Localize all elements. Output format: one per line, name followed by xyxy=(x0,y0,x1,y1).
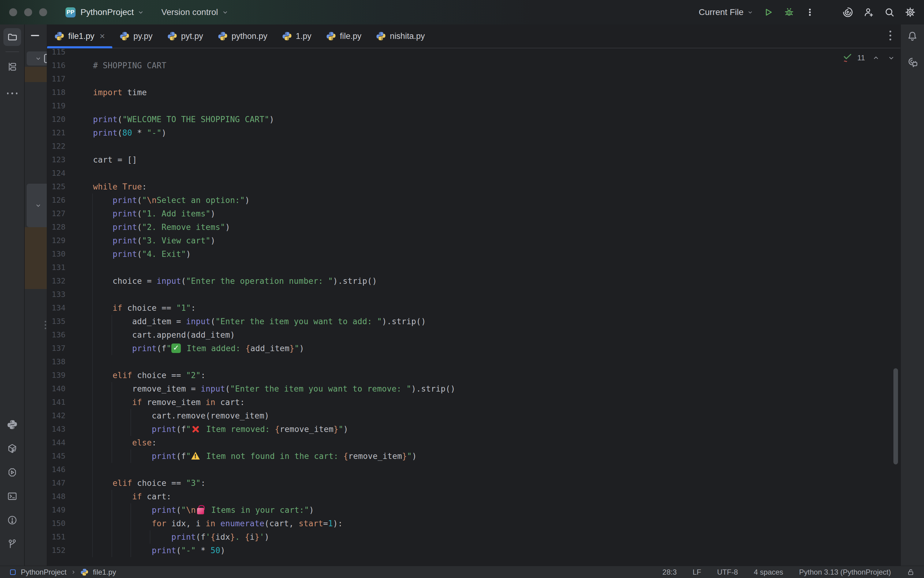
python-file-icon xyxy=(55,31,64,41)
selected-tree-row[interactable] xyxy=(25,67,47,82)
ai-chat-icon xyxy=(906,56,918,67)
bug-icon xyxy=(784,7,794,18)
tab-nishita.py[interactable]: nishita.py xyxy=(369,24,432,48)
tab-file1.py[interactable]: file1.py× xyxy=(47,24,112,48)
project-tool-button[interactable] xyxy=(3,28,21,46)
python-console-tool-button[interactable] xyxy=(7,419,18,430)
file-encoding[interactable]: UTF-8 xyxy=(717,568,738,576)
line-number: 137 xyxy=(47,342,65,355)
run-button[interactable] xyxy=(762,6,774,18)
project-panel-collapsed[interactable] xyxy=(25,24,47,566)
tab-pyt.py[interactable]: pyt.py xyxy=(160,24,210,48)
code-line: 139 elif choice == "2": xyxy=(47,369,900,382)
emoji xyxy=(172,344,181,353)
panel-resize-handle[interactable] xyxy=(45,321,46,329)
line-number: 150 xyxy=(47,517,65,530)
unlocked-padlock-icon[interactable] xyxy=(907,568,915,576)
search-everywhere-button[interactable] xyxy=(884,6,895,18)
hide-panel-icon[interactable] xyxy=(31,35,39,36)
code-line: 126 print("\nSelect an option:") xyxy=(47,193,900,207)
python-file-icon xyxy=(376,31,386,41)
chevron-down-icon xyxy=(138,9,144,16)
terminal-tool-button[interactable] xyxy=(7,491,18,502)
more-tool-windows-button[interactable] xyxy=(7,88,18,99)
tab-options-button[interactable] xyxy=(889,31,891,41)
ai-assistant-button[interactable] xyxy=(842,6,854,18)
line-number: 127 xyxy=(47,207,65,221)
line-separator[interactable]: LF xyxy=(693,568,701,576)
line-number: 136 xyxy=(47,328,65,342)
tab-py.py[interactable]: py.py xyxy=(112,24,160,48)
python-file-icon xyxy=(167,31,177,41)
play-icon xyxy=(763,7,774,18)
settings-button[interactable] xyxy=(905,6,916,18)
version-control-menu[interactable]: Version control xyxy=(161,7,228,17)
close-tab-icon[interactable]: × xyxy=(100,31,105,41)
project-window-icon xyxy=(9,568,16,576)
python-packages-tool-button[interactable] xyxy=(7,443,18,454)
code-line: 134 if choice == "1": xyxy=(47,301,900,315)
tree-row[interactable] xyxy=(27,52,47,65)
tree-row[interactable] xyxy=(27,184,47,227)
code-line: 120print("WELCOME TO THE SHOPPING CART") xyxy=(47,113,900,126)
code-line: 150 for idx, i in enumerate(cart, start=… xyxy=(47,517,900,530)
zoom-window-icon xyxy=(39,8,47,16)
dot-icon xyxy=(7,93,8,94)
tab-label: python.py xyxy=(231,31,267,41)
line-number: 135 xyxy=(47,315,65,328)
line-number: 132 xyxy=(47,274,65,288)
tab-1.py[interactable]: 1.py xyxy=(275,24,319,48)
problems-tool-button[interactable] xyxy=(7,515,18,525)
selected-tree-row[interactable] xyxy=(25,227,47,289)
line-number: 121 xyxy=(47,126,65,140)
code-line: 141 if remove_item in cart: xyxy=(47,396,900,409)
line-number: 142 xyxy=(47,409,65,422)
code-line: 124 xyxy=(47,167,900,180)
code-line: 130 print("4. Exit") xyxy=(47,247,900,261)
line-number: 139 xyxy=(47,369,65,382)
line-number: 130 xyxy=(47,247,65,261)
code-line: 143 print(f" Item removed: {remove_item}… xyxy=(47,422,900,436)
line-number: 133 xyxy=(47,288,65,301)
code-with-me-button[interactable] xyxy=(863,6,874,18)
breadcrumb-file[interactable]: file1.py xyxy=(93,568,116,576)
python-interpreter[interactable]: Python 3.13 (PythonProject) xyxy=(799,568,891,576)
code-line: 136 cart.append(add_item) xyxy=(47,328,900,342)
ai-spiral-icon xyxy=(842,7,853,18)
debug-button[interactable] xyxy=(783,6,795,18)
tab-label: file.py xyxy=(340,31,362,41)
tab-label: file1.py xyxy=(68,31,95,41)
tab-bar: file1.py×py.pypyt.pypython.py1.pyfile.py… xyxy=(47,24,900,49)
indent-setting[interactable]: 4 spaces xyxy=(754,568,783,576)
services-tool-button[interactable] xyxy=(7,467,18,477)
breadcrumb-project[interactable]: PythonProject xyxy=(21,568,66,576)
minimize-window-icon xyxy=(24,8,32,16)
status-bar: PythonProject file1.py 28:3 LF UTF-8 4 s… xyxy=(0,566,924,578)
code-lines[interactable]: 115116# SHOPPING CART117118import time11… xyxy=(47,49,900,566)
dot-icon xyxy=(11,93,13,94)
window-controls[interactable] xyxy=(9,8,47,16)
tab-python.py[interactable]: python.py xyxy=(210,24,275,48)
project-menu[interactable]: PythonProject xyxy=(81,7,144,17)
notifications-button[interactable] xyxy=(906,31,918,42)
line-number: 117 xyxy=(47,72,65,86)
more-actions-button[interactable] xyxy=(804,6,816,18)
tab-file.py[interactable]: file.py xyxy=(319,24,369,48)
line-number: 123 xyxy=(47,153,65,167)
title-bar: PP PythonProject Version control Current… xyxy=(0,0,924,24)
code-line: 117 xyxy=(47,72,900,86)
ai-assistant-tool-button[interactable] xyxy=(906,56,918,67)
caret-position[interactable]: 28:3 xyxy=(662,568,677,576)
code-line: 128 print("2. Remove items") xyxy=(47,221,900,234)
code-line: 132 choice = input("Enter the operation … xyxy=(47,274,900,288)
code-line: 144 else: xyxy=(47,436,900,450)
line-number: 118 xyxy=(47,86,65,99)
project-name: PythonProject xyxy=(81,7,134,17)
vertical-scrollbar[interactable] xyxy=(893,368,898,464)
version-control-tool-button[interactable] xyxy=(7,539,18,549)
commit-tool-button[interactable] xyxy=(7,62,18,72)
breadcrumb[interactable]: PythonProject file1.py xyxy=(9,568,116,576)
chevron-down-icon xyxy=(747,9,753,15)
run-configuration-select[interactable]: Current File xyxy=(699,7,753,17)
structure-icon xyxy=(7,62,18,72)
